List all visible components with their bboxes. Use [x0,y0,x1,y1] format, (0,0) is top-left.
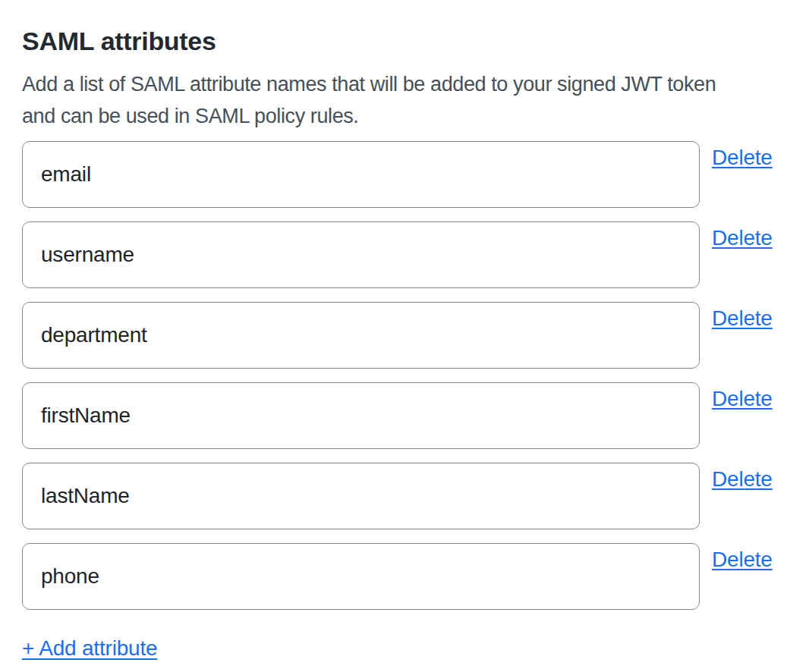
section-description-line-2: and can be used in SAML policy rules. [22,100,787,132]
attribute-row: Delete [22,382,787,449]
delete-attribute-link[interactable]: Delete [712,386,773,412]
section-description: Add a list of SAML attribute names that … [22,68,787,132]
attribute-row: Delete [22,543,787,610]
attribute-name-input[interactable] [22,382,700,449]
delete-attribute-link[interactable]: Delete [712,466,773,492]
attribute-list: Delete Delete Delete Delete Delete Delet… [22,141,787,610]
attribute-row: Delete [22,141,787,208]
attribute-name-input[interactable] [22,302,700,369]
saml-attributes-section: SAML attributes Add a list of SAML attri… [0,0,809,661]
attribute-name-input[interactable] [22,221,700,288]
page-title: SAML attributes [22,26,787,56]
attribute-name-input[interactable] [22,543,700,610]
delete-attribute-link[interactable]: Delete [712,547,773,573]
attribute-name-input[interactable] [22,463,700,529]
section-description-line-1: Add a list of SAML attribute names that … [22,68,787,100]
add-attribute-link[interactable]: + Add attribute [22,636,157,661]
attribute-row: Delete [22,221,787,288]
delete-attribute-link[interactable]: Delete [712,306,773,331]
delete-attribute-link[interactable]: Delete [712,225,773,251]
attribute-row: Delete [22,302,787,369]
delete-attribute-link[interactable]: Delete [712,145,773,171]
attribute-row: Delete [22,463,787,529]
attribute-name-input[interactable] [22,141,700,208]
